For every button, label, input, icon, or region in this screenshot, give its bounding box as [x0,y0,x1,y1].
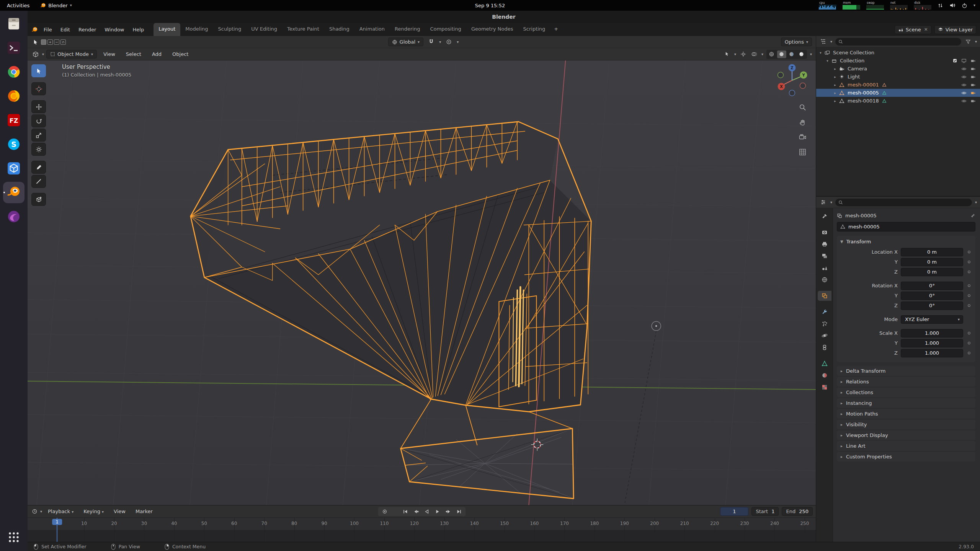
timeline-tick-190[interactable]: 190 [620,521,629,526]
playhead-marker[interactable]: 1 [52,519,62,525]
panel-motion-paths[interactable]: ▸Motion Paths [837,409,975,419]
shading-material-button[interactable] [787,51,796,58]
timeline-tick-200[interactable]: 200 [650,521,659,526]
jump-to-start-button[interactable] [400,508,410,515]
timeline-tick-150[interactable]: 150 [500,521,509,526]
disclosure-icon[interactable]: ▸ [833,91,837,95]
select-mode-intersect-button[interactable]: ∩ [60,39,66,45]
workspace-tab-uv-editing[interactable]: UV Editing [246,23,282,36]
properties-tab-data[interactable] [818,359,831,368]
location-z-field[interactable]: 0 m [901,268,963,276]
timeline-ruler[interactable]: 1 10203040506070809010011012013014015016… [28,518,816,542]
workspace-tab-sculpting[interactable]: Sculpting [213,23,246,36]
filter-chevron-icon[interactable]: ▾ [975,40,977,44]
zoom-icon[interactable] [799,103,807,111]
properties-tab-view-layer[interactable] [818,251,831,261]
timeline-tick-170[interactable]: 170 [560,521,569,526]
eye-icon[interactable] [961,82,967,88]
object-name-field[interactable]: mesh-00005 [837,222,975,231]
outliner-row-light[interactable]: ▸ Light [816,73,980,81]
outliner-row-collection[interactable]: ▾ Collection [816,57,980,65]
timeline-menu-marker[interactable]: Marker [131,507,157,516]
timeline-tick-100[interactable]: 100 [350,521,359,526]
rotation-z-field[interactable]: 0° [901,302,963,310]
viewport-menu-object[interactable]: Object [168,50,193,59]
timeline-tick-10[interactable]: 10 [81,521,87,526]
properties-tab-tool[interactable] [818,211,831,221]
proportional-chevron-icon[interactable]: ▾ [457,40,459,44]
viewport-menu-add[interactable]: Add [148,50,166,59]
animate-dot-button[interactable] [966,351,972,355]
outliner-row-mesh-00018[interactable]: ▸ mesh-00018 [816,97,980,105]
dock-icon-filezilla[interactable]: FZ [3,109,24,131]
indicator-net[interactable]: net [890,0,908,11]
shading-wireframe-button[interactable] [767,51,776,58]
pan-hand-icon[interactable] [799,118,807,126]
rotation-x-field[interactable]: 0° [901,282,963,290]
tool-cursor[interactable] [31,82,46,95]
play-reverse-button[interactable] [422,508,432,515]
timeline-tick-120[interactable]: 120 [410,521,419,526]
checkbox-icon[interactable] [952,58,957,63]
3d-viewport[interactable]: User Perspective (1) Collection | mesh-0… [28,60,816,505]
indicator-swap[interactable]: swap [866,0,884,11]
timeline-tick-230[interactable]: 230 [740,521,749,526]
viewport-menu-select[interactable]: Select [122,50,145,59]
workspace-tab-geometry-nodes[interactable]: Geometry Nodes [466,23,518,36]
transform-orientation-dropdown[interactable]: Global ▾ [388,37,424,46]
timeline-tick-20[interactable]: 20 [111,521,117,526]
proportional-editing-icon[interactable] [445,38,453,46]
properties-tab-output[interactable] [818,239,831,249]
screen-visibility-icon[interactable] [961,58,967,64]
outliner-editor-type-icon[interactable] [819,37,827,46]
app-menu-button[interactable]: Blender ▾ [36,0,75,11]
timeline-tick-60[interactable]: 60 [231,521,237,526]
animate-dot-button[interactable] [966,331,972,335]
workspace-tab-layout[interactable]: Layout [154,23,180,36]
timeline-tick-160[interactable]: 160 [530,521,539,526]
outliner-row-scene-collection[interactable]: ▾ Scene Collection [816,49,980,57]
volume-icon[interactable] [949,2,956,8]
tool-rotate[interactable] [31,114,46,127]
camera-view-icon[interactable] [799,133,807,141]
filter-funnel-icon[interactable] [964,38,972,46]
scale-z-field[interactable]: 1.000 [901,349,963,357]
timeline-tick-90[interactable]: 90 [321,521,327,526]
properties-tab-world[interactable] [818,275,831,285]
animate-dot-button[interactable] [966,260,972,264]
workspace-tab-modeling[interactable]: Modeling [180,23,213,36]
timeline-tick-250[interactable]: 250 [800,521,809,526]
power-icon[interactable] [962,3,967,8]
render-camera-icon[interactable] [970,58,976,64]
panel-instancing[interactable]: ▸Instancing [837,398,975,408]
location-y-field[interactable]: 0 m [901,258,963,266]
end-frame-field[interactable]: End 250 [782,507,813,516]
properties-tab-object[interactable] [818,291,831,301]
prev-keyframe-button[interactable] [411,508,421,515]
select-mode-extend-button[interactable]: + [47,39,53,45]
outliner-editor-chevron-icon[interactable]: ▾ [830,40,832,44]
properties-tab-texture[interactable] [818,382,831,392]
panel-viewport-display[interactable]: ▸Viewport Display [837,430,975,440]
pin-icon[interactable] [970,213,975,218]
indicator-mem[interactable]: mem [843,0,860,11]
animate-dot-button[interactable] [966,250,972,254]
animate-dot-button[interactable] [966,270,972,274]
disclosure-icon[interactable]: ▸ [833,99,837,103]
dock-icon-terminal[interactable] [3,37,24,59]
properties-tab-material[interactable] [818,370,831,380]
panel-custom-properties[interactable]: ▸Custom Properties [837,452,975,461]
overlays-chevron-icon[interactable]: ▾ [761,52,763,56]
eye-icon[interactable] [961,98,967,104]
next-keyframe-button[interactable] [443,508,453,515]
jump-to-end-button[interactable] [454,508,464,515]
render-camera-icon[interactable] [970,98,976,104]
outliner-row-mesh-00001[interactable]: ▸ mesh-00001 [816,81,980,89]
menu-help[interactable]: Help [129,25,149,34]
eye-icon[interactable] [961,74,967,80]
shading-solid-button[interactable] [777,51,786,58]
timeline-tick-220[interactable]: 220 [710,521,719,526]
animate-dot-button[interactable] [966,304,972,307]
shading-rendered-button[interactable] [797,51,806,58]
window-title[interactable]: Blender [28,11,980,23]
